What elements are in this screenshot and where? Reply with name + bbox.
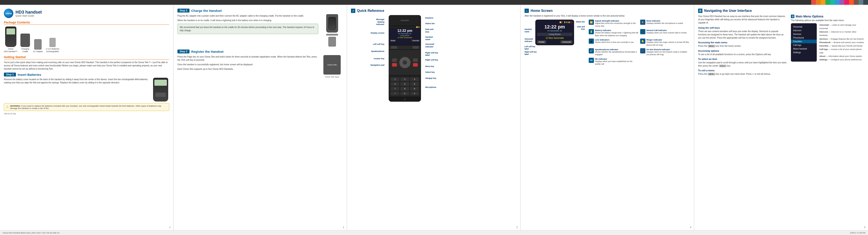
color-swatch-purple <box>840 0 844 5</box>
step1-badge: Step 1 <box>4 72 16 77</box>
color-swatch-deeporange <box>849 0 854 5</box>
step2-title: Charge the Handset <box>191 9 222 12</box>
label-microphone: Microphone <box>425 86 459 89</box>
access-main-menu-heading: Accessing the main menu <box>698 41 787 44</box>
main-menu-title: ☰ Main Menu Options <box>791 14 864 18</box>
page-panel-3: ✓ Quick Reference MessageWaitingIndicato… <box>347 5 521 230</box>
warning-box: ⚠ WARNING: If you need to replace the ba… <box>4 103 169 111</box>
indicator-line: 📱 Line Indicators Shows which line or li… <box>589 38 639 46</box>
menu-item-intercom[interactable]: Intercom <box>791 29 817 32</box>
hs-location: Living Room <box>537 33 572 36</box>
quick-ref-title: ✓ Quick Reference <box>351 9 516 13</box>
indicator-ringer: 🔔 Ringer Indicator Displays when the rin… <box>640 38 690 46</box>
product-subtitle: Quick Start Guide <box>16 14 42 17</box>
battery-diagram <box>152 78 169 101</box>
brand-header: ooma HD3 handset Quick Start Guide <box>4 9 169 18</box>
label-right-soft-key: Right soft key <box>425 59 459 61</box>
color-swatch-brown <box>854 0 859 5</box>
callout-box: We recommend that you leave the handset … <box>178 24 318 34</box>
color-swatch-green <box>825 0 830 5</box>
step1-header: Step 1 Insert Batteries <box>4 72 169 77</box>
product-adapter: AC Adapter <box>33 39 43 53</box>
label-status-bar: Status bar <box>425 22 459 25</box>
menu-item-phonebook[interactable]: Phonebook <box>791 36 817 40</box>
adapter-label: AC Adapter <box>33 50 43 53</box>
page-number-4: 3 <box>690 226 691 229</box>
hs-softkey1[interactable]: Redial <box>537 40 546 43</box>
soft-keys-body: There are two context-sensitive soft key… <box>698 30 787 39</box>
home-screen-title: ⌂ Home Screen <box>525 9 690 13</box>
hs-voicemails: 12 New Voicemails <box>537 37 572 39</box>
hs-time: 12:22 pm <box>537 24 572 30</box>
home-screen-desc: After the handset is registered to your … <box>525 14 690 18</box>
access-main-menu-body: Press the MENU key from the home screen. <box>698 45 787 48</box>
label-left-soft-key: Left soft key <box>351 43 384 46</box>
label-navigation-pad: Navigation pad <box>351 64 384 66</box>
nav-intro: Your Ooma HD3 Handset has an easy-to-use… <box>698 14 787 24</box>
register-diagram: Ooma Telo Ooma Telo base <box>321 55 343 78</box>
page-panel-5: ☰ Navigating the User Interface Your Oom… <box>694 5 868 230</box>
access-options-heading: Accessing options <box>698 50 787 52</box>
label-date-time: Date andtime <box>425 28 459 33</box>
hs-label-vm-indicator: Voicemailindicator → <box>525 38 535 42</box>
step3-body1: Press the Page key on your Ooma Telo and… <box>178 55 318 62</box>
getting-started-heading: Getting Started <box>4 55 169 59</box>
page-panel-1: ooma HD3 handset Quick Start Guide Packa… <box>0 5 174 230</box>
hs-softkey2[interactable]: Voicemail <box>560 40 572 43</box>
page-panel-2: Step 2 Charge the Handset Plug the AC ad… <box>174 5 347 230</box>
label-select-key: Select key <box>425 71 459 74</box>
color-swatch-gray <box>859 0 863 5</box>
handset-label: OomaHD3 Handset™ <box>4 48 18 53</box>
hs-date: Fri November 20 <box>537 30 572 32</box>
menu-item-favorites[interactable]: Favorites <box>791 40 817 43</box>
ooma-logo: ooma <box>4 9 13 18</box>
step1-title: Insert Batteries <box>18 73 41 77</box>
step2-header: Step 2 Charge the Handset <box>178 9 343 12</box>
indicators-grid: 📶 Signal Strength Indicator Signal bars … <box>589 20 690 65</box>
product-batteries: 2 AAA Batteries(rechargeable) <box>46 38 59 53</box>
color-strip <box>811 0 868 5</box>
menu-item-services[interactable]: Services <box>791 32 817 36</box>
page-number-1: 1 <box>169 226 170 229</box>
menu-item-settings[interactable]: Settings <box>791 51 817 54</box>
menu-item-voicemail[interactable]: Voicemail <box>791 25 817 29</box>
indicator-signal: 📶 Signal Strength Indicator Signal bars … <box>589 20 639 27</box>
color-swatch-orange <box>816 0 820 5</box>
hs-label-datetime: ← Date andtime <box>575 26 585 30</box>
step3-body2: Once the handset is successfully registe… <box>178 63 318 66</box>
hs-label-right-softkey: Right soft keylabel → <box>525 51 537 56</box>
step1-body: Remove the battery cover located on the … <box>4 78 149 101</box>
page-number-5: 5 <box>864 226 865 229</box>
product-cradle: ChargingCradle <box>21 34 30 53</box>
hs-label-status-bar: ← Status bar <box>574 21 585 23</box>
label-handset-name: Handsetname <box>425 36 459 41</box>
step3-header: Step 3 Register the Handset <box>178 50 343 53</box>
step2-badge: Step 2 <box>178 9 189 12</box>
menu-item-about[interactable]: About handset <box>791 47 817 51</box>
indicator-battery: 🔋 Battery Indicator Shows the battery ch… <box>589 29 639 37</box>
step3-badge: Step 3 <box>178 50 189 53</box>
label-hangup-key: Hangup key <box>425 77 459 80</box>
menu-item-calllogs[interactable]: Call logs <box>791 43 817 47</box>
menu-mockup: Voicemail Intercom Services Phonebook Fa… <box>791 23 817 62</box>
access-options-body: To see a list of all available functions… <box>698 53 787 56</box>
hs-label-handset-name: Handsetname → <box>525 28 532 33</box>
step2-body2: When the handset is on its cradle, it wi… <box>178 19 318 22</box>
hs-label-left-softkey: Left soft keylabel → <box>525 46 535 50</box>
label-earpiece: Earpiece <box>425 17 459 19</box>
color-swatch-yellow <box>820 0 825 5</box>
charging-diagram <box>321 14 343 47</box>
bottom-right-text: 6/30/17 12:36 PM <box>850 232 865 234</box>
nav-title: ☰ Navigating the User Interface <box>698 9 864 13</box>
product-images-row: OomaHD3 Handset™ ChargingCradle AC Adapt… <box>4 27 169 53</box>
bottom-bar: Ooma-HD3-Handset-Black-QSG_ENG ONLY 2017… <box>0 230 868 235</box>
select-item-body: Use the navigation pad to scroll through… <box>698 61 787 68</box>
hs-status-bar: 📶📱🔋🔇🔔🚫 <box>537 21 572 23</box>
product-handset: OomaHD3 Handset™ <box>4 27 18 53</box>
indicator-speakerphone: 🔊 Speakerphone Indicator Shows whether t… <box>589 48 639 56</box>
exit-menu-heading: To exit a menu <box>698 69 787 72</box>
part-number: 700-0174-100 <box>4 113 169 115</box>
page-number-2: 1 <box>343 226 344 229</box>
color-swatch-blue <box>835 0 840 5</box>
color-swatch-teal <box>830 0 835 5</box>
